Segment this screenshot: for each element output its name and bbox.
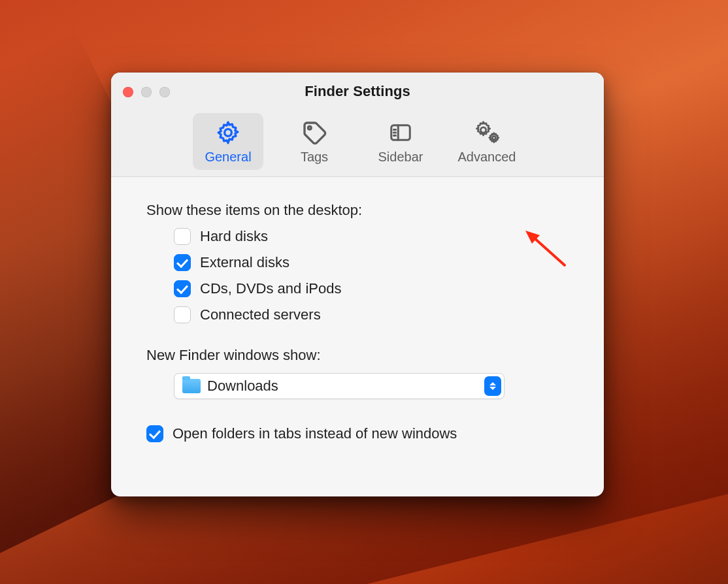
checkbox-label: Connected servers — [200, 306, 321, 323]
content-pane: Show these items on the desktop: Hard di… — [111, 177, 604, 463]
toolbar: General Tags — [111, 110, 604, 177]
tab-advanced[interactable]: Advanced — [452, 113, 522, 170]
tab-tags-label: Tags — [301, 150, 328, 165]
checkbox-cds-dvds-ipods[interactable] — [174, 280, 191, 297]
tag-icon — [299, 120, 330, 146]
new-windows-heading: New Finder windows show: — [146, 347, 569, 364]
window-controls — [123, 87, 170, 97]
checkbox-label: External disks — [200, 254, 290, 271]
tab-advanced-label: Advanced — [458, 150, 516, 165]
tab-sidebar-label: Sidebar — [378, 150, 423, 165]
checkbox-label: CDs, DVDs and iPods — [200, 280, 341, 297]
checkbox-row-external-disks: External disks — [174, 254, 569, 271]
minimize-button[interactable] — [141, 87, 152, 97]
folder-icon — [182, 379, 201, 393]
svg-point-1 — [308, 127, 312, 130]
open-in-tabs-row: Open folders in tabs instead of new wind… — [146, 425, 569, 442]
toolbar-tabs: General Tags — [193, 113, 522, 170]
select-stepper[interactable] — [484, 376, 501, 396]
close-button[interactable] — [123, 87, 133, 97]
checkbox-row-connected-servers: Connected servers — [174, 306, 569, 323]
checkbox-open-in-tabs[interactable] — [146, 425, 163, 442]
desktop-items-heading: Show these items on the desktop: — [146, 202, 569, 219]
checkbox-label: Hard disks — [200, 228, 268, 245]
zoom-button[interactable] — [159, 87, 170, 97]
new-windows-select-value: Downloads — [207, 378, 278, 395]
svg-point-7 — [481, 127, 486, 133]
svg-point-8 — [492, 137, 495, 140]
tab-tags[interactable]: Tags — [279, 113, 350, 170]
checkbox-row-cds-dvds-ipods: CDs, DVDs and iPods — [174, 280, 569, 297]
finder-settings-window: Finder Settings General — [111, 73, 604, 496]
chevron-up-icon — [489, 382, 496, 385]
open-in-tabs-label: Open folders in tabs instead of new wind… — [173, 425, 457, 442]
svg-point-0 — [225, 129, 232, 137]
checkbox-connected-servers[interactable] — [174, 306, 191, 323]
desktop-items-list: Hard disks External disks CDs, DVDs and … — [174, 228, 569, 323]
new-windows-select-row: Downloads — [174, 373, 569, 399]
checkbox-hard-disks[interactable] — [174, 228, 191, 245]
gear-icon — [212, 120, 244, 146]
tab-general[interactable]: General — [193, 113, 263, 170]
gears-icon — [471, 120, 503, 146]
window-title: Finder Settings — [305, 83, 410, 100]
sidebar-icon — [385, 120, 416, 146]
checkbox-external-disks[interactable] — [174, 254, 191, 271]
tab-general-label: General — [205, 150, 251, 165]
titlebar: Finder Settings — [111, 73, 604, 110]
tab-sidebar[interactable]: Sidebar — [365, 113, 436, 170]
checkbox-row-hard-disks: Hard disks — [174, 228, 569, 245]
new-windows-select[interactable]: Downloads — [174, 373, 505, 399]
chevron-down-icon — [489, 387, 496, 390]
